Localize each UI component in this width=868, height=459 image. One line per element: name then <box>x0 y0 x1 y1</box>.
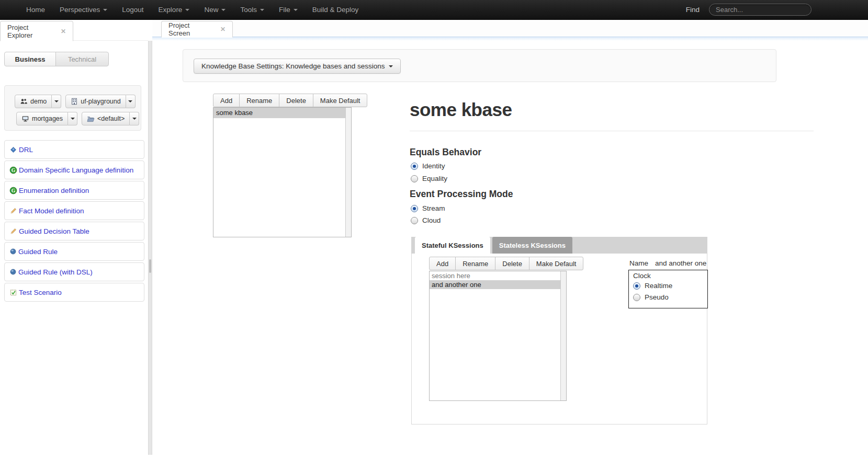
divider <box>410 131 814 131</box>
organization-label: demo <box>30 98 47 105</box>
list-item-test-scenario-link: Test Scenario <box>19 289 62 296</box>
ksession-make-default-button[interactable]: Make Default <box>529 257 584 270</box>
nav-perspectives[interactable]: Perspectives <box>52 0 115 20</box>
clock-heading: Clock <box>633 272 703 280</box>
list-item-drl-link: DRL <box>19 146 33 154</box>
repo-row-1: demo uf-playground <box>15 95 136 108</box>
caret-down-icon <box>389 65 393 67</box>
package-button[interactable]: <default> <box>82 112 130 125</box>
pencil-icon <box>9 227 17 235</box>
ksession-name-label: Name <box>629 259 648 267</box>
clock-group: Clock Realtime Pseudo <box>628 270 708 308</box>
business-view-button[interactable]: Business <box>4 52 56 66</box>
ksession-rename-button[interactable]: Rename <box>455 257 495 270</box>
nav-tools-label: Tools <box>240 6 257 14</box>
radio-button-icon <box>633 282 640 290</box>
search-input[interactable] <box>709 4 811 16</box>
list-item-guided-decision-table[interactable]: Guided Decision Table <box>4 222 144 240</box>
project-explorer-panel: Project Explorer ✕ Business Technical de… <box>0 20 148 459</box>
ksessions-tab-content: Add Rename Delete Make Default session h… <box>411 254 707 424</box>
list-item-guided-rule[interactable]: Guided Rule <box>4 242 144 261</box>
repository-caret-button[interactable] <box>126 95 136 108</box>
find-link[interactable]: Find <box>686 6 700 14</box>
ksession-add-button[interactable]: Add <box>429 257 456 270</box>
tab-stateless-ksessions[interactable]: Stateless KSessions <box>492 237 572 254</box>
nav-file[interactable]: File <box>272 0 305 20</box>
nav-tools[interactable]: Tools <box>233 0 272 20</box>
list-item-test-scenario[interactable]: Test Scenario <box>4 283 144 302</box>
radio-pseudo-label: Pseudo <box>645 293 669 301</box>
nav-build-deploy[interactable]: Build & Deploy <box>305 0 366 20</box>
kbase-rename-button[interactable]: Rename <box>239 94 279 107</box>
close-icon[interactable]: ✕ <box>61 28 66 35</box>
list-item-fact-model-definition[interactable]: Fact Model definition <box>4 201 144 220</box>
nav-home[interactable]: Home <box>19 0 52 20</box>
caret-down-icon <box>132 118 137 120</box>
nav-file-label: File <box>279 6 290 14</box>
organization-caret-button[interactable] <box>52 95 61 108</box>
sphere-icon <box>9 248 17 255</box>
nav-logout[interactable]: Logout <box>115 0 151 20</box>
project-caret-button[interactable] <box>68 112 77 125</box>
caret-down-icon <box>260 9 264 11</box>
panel-splitter[interactable] <box>148 41 152 455</box>
settings-well: Knowledge Base Settings: Knowledge bases… <box>183 49 776 82</box>
nav-new[interactable]: New <box>197 0 233 20</box>
package-dropdown: <default> <box>82 112 139 125</box>
explorer-view-toggle: Business Technical <box>4 52 109 66</box>
scrollbar-track[interactable] <box>560 271 566 400</box>
radio-pseudo[interactable]: Pseudo <box>633 293 703 301</box>
repository-button[interactable]: uf-playground <box>65 95 126 108</box>
caret-down-icon <box>185 9 189 11</box>
radio-button-icon <box>411 217 418 224</box>
ksession-delete-button[interactable]: Delete <box>495 257 529 270</box>
app-body: Project Explorer ✕ Business Technical de… <box>0 20 868 459</box>
ksession-list-row[interactable]: session here <box>430 271 561 280</box>
list-item-enumeration-definition-link: Enumeration definition <box>19 187 89 194</box>
caret-down-icon <box>103 9 107 11</box>
list-item-dsl-definition[interactable]: G Domain Specific Language definition <box>4 160 144 179</box>
tab-stateful-ksessions[interactable]: Stateful KSessions <box>415 237 490 254</box>
kbase-delete-button[interactable]: Delete <box>279 94 313 107</box>
radio-cloud[interactable]: Cloud <box>411 216 441 224</box>
organization-button[interactable]: demo <box>15 95 52 108</box>
organization-dropdown: demo <box>15 95 61 108</box>
radio-button-icon <box>411 163 418 170</box>
tab-project-screen[interactable]: Project Screen ✕ <box>161 21 233 38</box>
close-icon[interactable]: ✕ <box>220 26 226 33</box>
tab-project-explorer[interactable]: Project Explorer ✕ <box>0 21 73 41</box>
list-item-guided-rule-dsl[interactable]: Guided Rule (with DSL) <box>4 262 144 281</box>
kbase-make-default-button[interactable]: Make Default <box>313 94 368 107</box>
kbase-listbox: some kbase <box>213 107 352 237</box>
radio-realtime[interactable]: Realtime <box>633 282 703 290</box>
nav-build-deploy-label: Build & Deploy <box>312 6 359 14</box>
project-screen-panel: Project Screen ✕ Knowledge Base Settings… <box>152 20 868 459</box>
kbase-list-row[interactable]: some kbase <box>213 108 346 118</box>
list-item-fact-model-definition-link: Fact Model definition <box>19 207 84 215</box>
nav-logout-label: Logout <box>122 6 143 14</box>
project-button[interactable]: mortgages <box>16 112 68 125</box>
radio-equality-label: Equality <box>422 175 447 182</box>
sphere-icon <box>9 268 17 276</box>
scrollbar-track[interactable] <box>345 108 351 237</box>
package-caret-button[interactable] <box>130 112 139 125</box>
radio-cloud-label: Cloud <box>422 216 441 224</box>
ksessions-listbox: session here and another one <box>429 271 567 401</box>
list-item-enumeration-definition[interactable]: G Enumeration definition <box>4 181 144 200</box>
technical-view-button[interactable]: Technical <box>55 52 109 66</box>
application-window: Home Perspectives Logout Explore New Too… <box>0 0 868 459</box>
ksession-list-row[interactable]: and another one <box>430 280 561 289</box>
ksessions-panel: Stateful KSessions Stateless KSessions A… <box>411 237 707 424</box>
nav-perspectives-label: Perspectives <box>60 6 100 14</box>
radio-stream[interactable]: Stream <box>411 204 445 212</box>
project-label: mortgages <box>32 115 63 122</box>
radio-identity[interactable]: Identity <box>411 162 445 170</box>
list-item-drl[interactable]: DRL <box>4 140 144 159</box>
project-dropdown: mortgages <box>16 112 77 125</box>
repo-row-2: mortgages <default> <box>16 112 139 125</box>
radio-equality[interactable]: Equality <box>411 175 447 182</box>
kbase-settings-dropdown-button[interactable]: Knowledge Base Settings: Knowledge bases… <box>194 59 401 74</box>
nav-explore[interactable]: Explore <box>151 0 197 20</box>
navbar-right: Find <box>686 4 868 16</box>
kbase-add-button[interactable]: Add <box>213 94 240 107</box>
